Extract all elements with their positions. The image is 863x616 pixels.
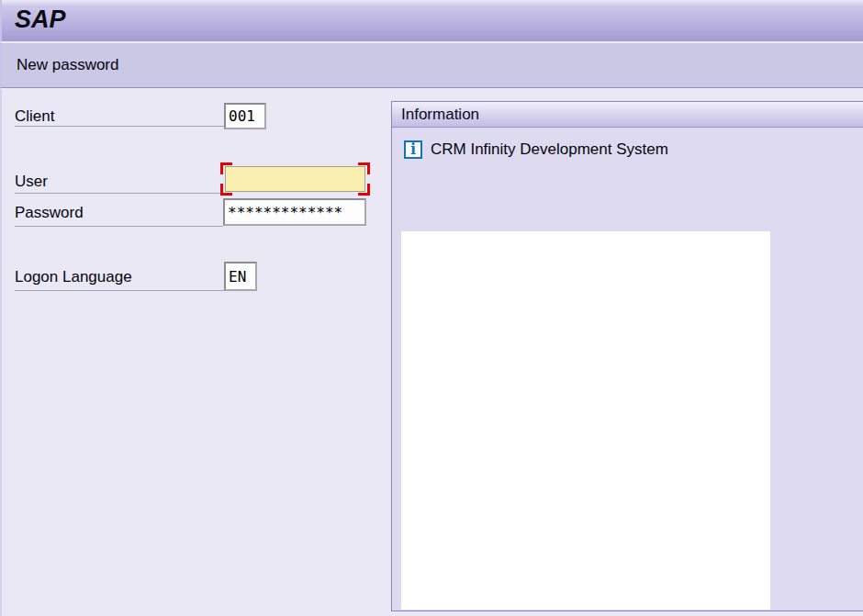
information-panel-title: Information	[392, 102, 863, 128]
logon-language-label-underline	[15, 290, 224, 291]
information-panel: Information i CRM Infinity Development S…	[391, 101, 863, 611]
titlebar: SAP	[0, 0, 863, 41]
logon-language-label: Logon Language	[15, 268, 132, 286]
client-input[interactable]	[224, 103, 266, 129]
new-password-button[interactable]: New password	[17, 56, 119, 74]
user-label-underline	[15, 193, 222, 194]
logon-language-input[interactable]	[224, 262, 257, 291]
information-content-area	[401, 231, 770, 610]
application-toolbar: New password	[0, 41, 863, 88]
password-label-underline	[15, 226, 223, 227]
password-label: Password	[15, 204, 84, 222]
user-focus-frame	[220, 162, 370, 196]
sap-logo: SAP	[15, 6, 66, 34]
sap-logon-window: { "window": { "logo": "SAP" }, "toolbar"…	[0, 0, 863, 616]
info-icon: i	[404, 140, 422, 159]
client-label-underline	[15, 126, 224, 127]
main-content: Client User Password Logon Language Info…	[0, 89, 863, 616]
information-message: CRM Infinity Development System	[431, 140, 668, 159]
password-input[interactable]	[223, 198, 366, 226]
client-label: Client	[15, 107, 54, 126]
user-input[interactable]	[225, 166, 365, 192]
user-label: User	[15, 173, 48, 191]
